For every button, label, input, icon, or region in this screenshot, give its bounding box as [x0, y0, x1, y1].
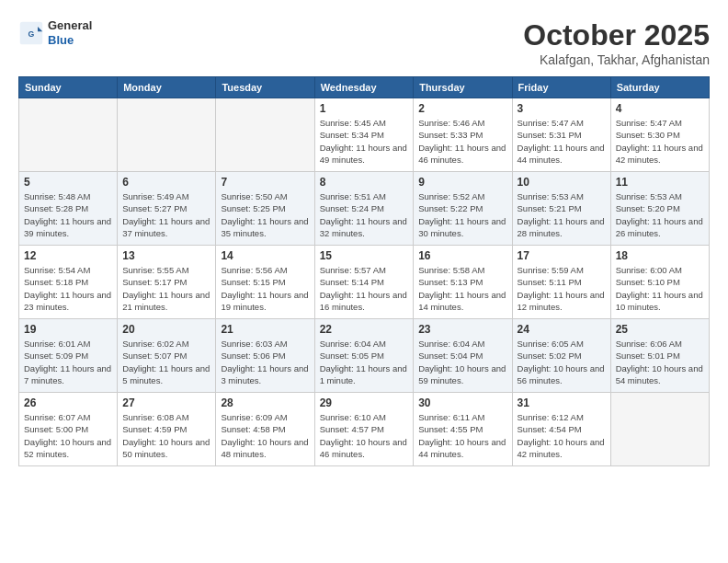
calendar-cell: 2Sunrise: 5:46 AM Sunset: 5:33 PM Daylig…	[414, 98, 512, 172]
day-number: 3	[518, 102, 606, 115]
day-info: Sunrise: 5:53 AM Sunset: 5:20 PM Dayligh…	[616, 190, 704, 239]
calendar-cell: 26Sunrise: 6:07 AM Sunset: 5:00 PM Dayli…	[19, 393, 118, 466]
calendar-cell: 1Sunrise: 5:45 AM Sunset: 5:34 PM Daylig…	[314, 98, 414, 172]
day-number: 25	[616, 323, 704, 336]
calendar-cell: 9Sunrise: 5:52 AM Sunset: 5:22 PM Daylig…	[414, 172, 512, 246]
day-info: Sunrise: 5:47 AM Sunset: 5:30 PM Dayligh…	[616, 117, 704, 166]
calendar-cell: 11Sunrise: 5:53 AM Sunset: 5:20 PM Dayli…	[610, 172, 709, 246]
calendar-cell: 21Sunrise: 6:03 AM Sunset: 5:06 PM Dayli…	[216, 319, 314, 393]
day-info: Sunrise: 6:00 AM Sunset: 5:10 PM Dayligh…	[616, 264, 704, 313]
calendar-cell: 6Sunrise: 5:49 AM Sunset: 5:27 PM Daylig…	[118, 172, 216, 246]
calendar-week-row: 12Sunrise: 5:54 AM Sunset: 5:18 PM Dayli…	[19, 246, 710, 319]
calendar-cell: 20Sunrise: 6:02 AM Sunset: 5:07 PM Dayli…	[118, 319, 216, 393]
weekday-header-sunday: Sunday	[19, 77, 118, 98]
logo-icon: G	[18, 20, 44, 46]
page-header: G General Blue October 2025 Kalafgan, Ta…	[18, 18, 710, 67]
day-number: 1	[320, 102, 409, 115]
day-number: 18	[616, 249, 704, 262]
logo-blue-text: Blue	[48, 33, 92, 48]
day-number: 13	[122, 249, 210, 262]
day-number: 5	[24, 176, 112, 189]
day-number: 31	[518, 396, 606, 409]
day-info: Sunrise: 6:06 AM Sunset: 5:01 PM Dayligh…	[616, 338, 704, 386]
day-number: 2	[418, 102, 506, 115]
logo-general-text: General	[48, 18, 92, 33]
calendar-cell: 15Sunrise: 5:57 AM Sunset: 5:14 PM Dayli…	[314, 246, 414, 319]
calendar-cell: 31Sunrise: 6:12 AM Sunset: 4:54 PM Dayli…	[512, 393, 610, 466]
day-info: Sunrise: 5:57 AM Sunset: 5:14 PM Dayligh…	[320, 264, 409, 313]
day-info: Sunrise: 5:48 AM Sunset: 5:28 PM Dayligh…	[24, 190, 112, 239]
calendar-cell: 22Sunrise: 6:04 AM Sunset: 5:05 PM Dayli…	[314, 319, 414, 393]
day-info: Sunrise: 6:12 AM Sunset: 4:54 PM Dayligh…	[518, 411, 606, 460]
day-info: Sunrise: 6:10 AM Sunset: 4:57 PM Dayligh…	[320, 411, 409, 460]
calendar-week-row: 19Sunrise: 6:01 AM Sunset: 5:09 PM Dayli…	[19, 319, 710, 393]
calendar-cell: 24Sunrise: 6:05 AM Sunset: 5:02 PM Dayli…	[512, 319, 610, 393]
calendar-cell: 27Sunrise: 6:08 AM Sunset: 4:59 PM Dayli…	[118, 393, 216, 466]
day-info: Sunrise: 5:46 AM Sunset: 5:33 PM Dayligh…	[418, 117, 506, 166]
day-info: Sunrise: 6:07 AM Sunset: 5:00 PM Dayligh…	[24, 411, 112, 460]
day-info: Sunrise: 5:47 AM Sunset: 5:31 PM Dayligh…	[518, 117, 606, 166]
day-info: Sunrise: 5:59 AM Sunset: 5:11 PM Dayligh…	[518, 264, 606, 313]
calendar-cell: 29Sunrise: 6:10 AM Sunset: 4:57 PM Dayli…	[314, 393, 414, 466]
day-info: Sunrise: 5:54 AM Sunset: 5:18 PM Dayligh…	[24, 264, 112, 313]
calendar-week-row: 5Sunrise: 5:48 AM Sunset: 5:28 PM Daylig…	[19, 172, 710, 246]
day-info: Sunrise: 5:49 AM Sunset: 5:27 PM Dayligh…	[122, 190, 210, 239]
day-number: 17	[518, 249, 606, 262]
day-number: 15	[320, 249, 409, 262]
day-number: 10	[518, 176, 606, 189]
weekday-header-tuesday: Tuesday	[216, 77, 314, 98]
day-number: 11	[616, 176, 704, 189]
day-info: Sunrise: 6:04 AM Sunset: 5:05 PM Dayligh…	[320, 338, 409, 386]
calendar-week-row: 1Sunrise: 5:45 AM Sunset: 5:34 PM Daylig…	[19, 98, 710, 172]
calendar-cell: 30Sunrise: 6:11 AM Sunset: 4:55 PM Dayli…	[414, 393, 512, 466]
calendar-cell: 3Sunrise: 5:47 AM Sunset: 5:31 PM Daylig…	[512, 98, 610, 172]
logo: G General Blue	[18, 18, 92, 47]
weekday-header-row: SundayMondayTuesdayWednesdayThursdayFrid…	[19, 77, 710, 98]
day-number: 22	[320, 323, 409, 336]
calendar-cell: 18Sunrise: 6:00 AM Sunset: 5:10 PM Dayli…	[610, 246, 709, 319]
day-info: Sunrise: 5:53 AM Sunset: 5:21 PM Dayligh…	[518, 190, 606, 239]
day-number: 29	[320, 396, 409, 409]
calendar-cell: 17Sunrise: 5:59 AM Sunset: 5:11 PM Dayli…	[512, 246, 610, 319]
day-number: 26	[24, 396, 112, 409]
calendar-cell: 7Sunrise: 5:50 AM Sunset: 5:25 PM Daylig…	[216, 172, 314, 246]
weekday-header-saturday: Saturday	[610, 77, 709, 98]
calendar-cell: 10Sunrise: 5:53 AM Sunset: 5:21 PM Dayli…	[512, 172, 610, 246]
day-number: 16	[418, 249, 506, 262]
day-info: Sunrise: 6:08 AM Sunset: 4:59 PM Dayligh…	[122, 411, 210, 460]
day-number: 27	[122, 396, 210, 409]
day-info: Sunrise: 5:45 AM Sunset: 5:34 PM Dayligh…	[320, 117, 409, 166]
day-info: Sunrise: 6:02 AM Sunset: 5:07 PM Dayligh…	[122, 338, 210, 386]
day-number: 23	[418, 323, 506, 336]
calendar-subtitle: Kalafgan, Takhar, Afghanistan	[523, 52, 710, 67]
calendar-cell	[216, 98, 314, 172]
day-info: Sunrise: 6:05 AM Sunset: 5:02 PM Dayligh…	[518, 338, 606, 386]
weekday-header-monday: Monday	[118, 77, 216, 98]
calendar-cell: 5Sunrise: 5:48 AM Sunset: 5:28 PM Daylig…	[19, 172, 118, 246]
weekday-header-thursday: Thursday	[414, 77, 512, 98]
calendar-cell: 13Sunrise: 5:55 AM Sunset: 5:17 PM Dayli…	[118, 246, 216, 319]
calendar-cell	[19, 98, 118, 172]
calendar-table: SundayMondayTuesdayWednesdayThursdayFrid…	[18, 76, 710, 466]
calendar-cell	[118, 98, 216, 172]
title-section: October 2025 Kalafgan, Takhar, Afghanist…	[523, 18, 710, 67]
day-info: Sunrise: 5:52 AM Sunset: 5:22 PM Dayligh…	[418, 190, 506, 239]
calendar-cell	[610, 393, 709, 466]
day-info: Sunrise: 5:50 AM Sunset: 5:25 PM Dayligh…	[221, 190, 309, 239]
day-number: 7	[221, 176, 309, 189]
day-info: Sunrise: 5:56 AM Sunset: 5:15 PM Dayligh…	[221, 264, 309, 313]
day-number: 19	[24, 323, 112, 336]
calendar-title: October 2025	[523, 18, 710, 52]
calendar-cell: 25Sunrise: 6:06 AM Sunset: 5:01 PM Dayli…	[610, 319, 709, 393]
calendar-cell: 14Sunrise: 5:56 AM Sunset: 5:15 PM Dayli…	[216, 246, 314, 319]
day-info: Sunrise: 5:51 AM Sunset: 5:24 PM Dayligh…	[320, 190, 409, 239]
calendar-cell: 28Sunrise: 6:09 AM Sunset: 4:58 PM Dayli…	[216, 393, 314, 466]
day-info: Sunrise: 6:11 AM Sunset: 4:55 PM Dayligh…	[418, 411, 506, 460]
day-number: 21	[221, 323, 309, 336]
day-number: 14	[221, 249, 309, 262]
day-info: Sunrise: 6:01 AM Sunset: 5:09 PM Dayligh…	[24, 338, 112, 386]
weekday-header-friday: Friday	[512, 77, 610, 98]
calendar-cell: 4Sunrise: 5:47 AM Sunset: 5:30 PM Daylig…	[610, 98, 709, 172]
day-info: Sunrise: 6:03 AM Sunset: 5:06 PM Dayligh…	[221, 338, 309, 386]
svg-text:G: G	[28, 29, 35, 38]
